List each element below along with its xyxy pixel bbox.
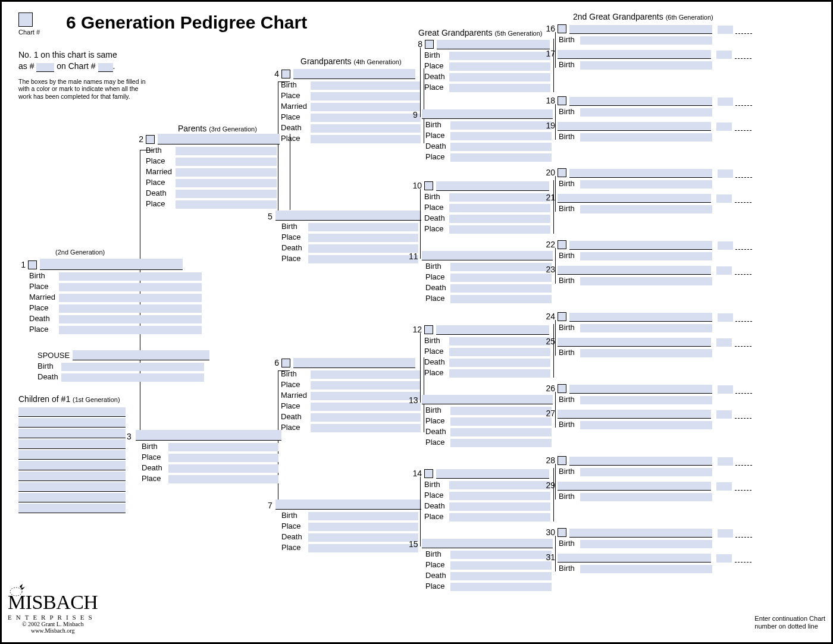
person-8: 8 Birth Place Death Place <box>415 39 554 92</box>
continuation-field[interactable] <box>735 51 751 59</box>
2nd-great-grandparents-header: 2nd Great Grandparents (6th Generation) <box>573 12 713 21</box>
person-11: Birth Place Death Place <box>422 250 553 303</box>
spouse-name-field[interactable] <box>73 350 209 360</box>
gen2-header: (2nd Generation) <box>55 247 105 256</box>
pedigree-sheet: Chart # 6 Generation Pedigree Chart No. … <box>0 0 833 644</box>
continuation-note: Enter continuation Chartnumber on dotted… <box>754 615 825 630</box>
place-field[interactable] <box>176 158 277 166</box>
death-field[interactable] <box>168 464 278 473</box>
name-field[interactable] <box>275 500 421 510</box>
name-field[interactable] <box>558 338 711 347</box>
continuation-field[interactable] <box>735 339 751 347</box>
continuation-field[interactable] <box>735 195 751 203</box>
birth-field[interactable] <box>61 363 204 371</box>
place-field[interactable] <box>176 200 277 209</box>
instruction-note: The boxes by the male names may be fille… <box>18 78 149 100</box>
gen6-pair-22: 22 Birth23 Birth <box>544 239 812 285</box>
name-field[interactable] <box>569 457 712 466</box>
child-field[interactable] <box>18 472 126 481</box>
gen6-pair-16: 16 Birth17 Birth <box>544 23 812 70</box>
place-field[interactable] <box>168 454 278 462</box>
continuation-field[interactable] <box>735 458 752 466</box>
death-field[interactable] <box>61 373 204 382</box>
parents-header: Parents (3rd Generation) <box>178 124 257 133</box>
name-field[interactable] <box>293 69 415 79</box>
person-1: 1 Birth Place Married Place Death Place <box>18 259 185 334</box>
child-field[interactable] <box>18 407 126 417</box>
blank-field[interactable] <box>36 63 54 72</box>
continuation-field[interactable] <box>735 267 751 275</box>
continuation-field[interactable] <box>735 483 751 491</box>
married-field[interactable] <box>59 294 202 302</box>
name-field[interactable] <box>558 122 711 131</box>
continuation-field[interactable] <box>735 242 752 250</box>
married-field[interactable] <box>176 168 277 177</box>
continuation-field[interactable] <box>735 530 752 538</box>
name-field[interactable] <box>558 482 711 491</box>
person-13: Birth Place Death Place <box>422 394 553 447</box>
place-field[interactable] <box>59 283 202 291</box>
child-field[interactable] <box>18 450 126 460</box>
note-line-1a: No. 1 on this chart is same <box>18 50 117 59</box>
children-list <box>18 406 126 513</box>
header-notes: No. 1 on this chart is same as # on Char… <box>18 49 149 100</box>
name-field[interactable] <box>569 313 712 322</box>
continuation-field[interactable] <box>735 98 752 106</box>
child-field[interactable] <box>18 504 126 513</box>
place-field[interactable] <box>59 326 202 334</box>
name-field[interactable] <box>558 194 711 203</box>
person-7: Birth Place Death Place <box>275 499 421 552</box>
continuation-field[interactable] <box>735 555 751 563</box>
person-5: Birth Place Death Place <box>275 210 421 263</box>
name-field[interactable] <box>569 25 712 34</box>
continuation-field[interactable] <box>735 123 751 131</box>
person-10: 10 Birth Place Death Place <box>411 180 554 234</box>
name-field[interactable] <box>40 259 183 270</box>
name-field[interactable] <box>293 358 415 368</box>
place-field[interactable] <box>59 304 202 313</box>
spouse-block: SPOUSE Birth Death <box>37 350 216 382</box>
name-field[interactable] <box>158 134 280 144</box>
gen6-pair-30: 30 Birth31 Birth <box>544 527 812 573</box>
child-field[interactable] <box>18 439 126 449</box>
name-field[interactable] <box>569 97 712 106</box>
name-field[interactable] <box>136 430 281 441</box>
name-field[interactable] <box>558 50 711 59</box>
continuation-field[interactable] <box>735 170 752 178</box>
person-14: 14 Birth Place Death Place <box>411 468 554 522</box>
name-field[interactable] <box>569 529 712 538</box>
gen6-pair-26: 26 Birth27 Birth <box>544 383 812 429</box>
person-4: 4 Birth Place Married Place Death Place <box>272 68 424 143</box>
note-line-1c: on Chart # <box>57 61 95 71</box>
continuation-field[interactable] <box>735 314 752 322</box>
child-field[interactable] <box>18 429 126 438</box>
birth-field[interactable] <box>168 443 278 451</box>
birth-field[interactable] <box>176 147 277 155</box>
name-field[interactable] <box>558 554 711 563</box>
child-field[interactable] <box>18 461 126 470</box>
name-field[interactable] <box>558 410 711 419</box>
birth-field[interactable] <box>59 272 202 281</box>
name-field[interactable] <box>558 266 711 275</box>
place-field[interactable] <box>176 179 277 187</box>
person-9: Birth Place Death Place <box>422 108 553 162</box>
note-line-1b: as # <box>18 61 34 71</box>
continuation-field[interactable] <box>735 386 752 394</box>
continuation-field[interactable] <box>735 26 752 34</box>
child-field[interactable] <box>18 482 126 492</box>
children-header: Children of #1 (1st Generation) <box>18 394 120 404</box>
gen6-pair-20: 20 Birth21 Birth <box>544 167 812 213</box>
chart-number-label: Chart # <box>18 29 40 36</box>
child-field[interactable] <box>18 418 126 428</box>
place-field[interactable] <box>168 475 278 483</box>
name-field[interactable] <box>569 241 712 250</box>
name-field[interactable] <box>569 385 712 394</box>
death-field[interactable] <box>176 190 277 198</box>
death-field[interactable] <box>59 315 202 323</box>
child-field[interactable] <box>18 493 126 502</box>
name-field[interactable] <box>275 211 421 221</box>
person-6: 6 Birth Place Married Place Death Place <box>272 357 424 432</box>
blank-field[interactable] <box>98 63 113 72</box>
continuation-field[interactable] <box>735 411 751 419</box>
name-field[interactable] <box>569 169 712 178</box>
